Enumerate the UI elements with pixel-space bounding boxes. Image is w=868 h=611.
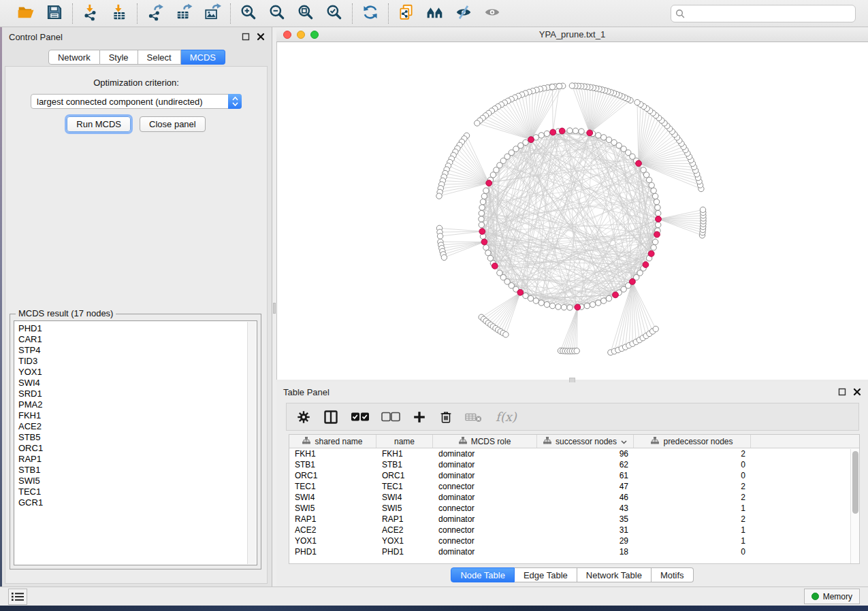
clone-network-button[interactable] [397,4,416,23]
table-cell: TEC1 [289,482,376,491]
tab-mcds[interactable]: MCDS [181,50,225,65]
search-icon [675,9,686,22]
zoom-fit-button[interactable] [296,4,315,23]
network-canvas[interactable] [276,42,868,380]
column-header-MCDS-role[interactable]: MCDS role [433,435,537,448]
close-panel-button[interactable] [257,33,265,41]
mcds-result-item[interactable]: STP4 [18,345,257,356]
search-network-button[interactable] [425,4,445,23]
status-bar: Memory [0,587,868,606]
tab-motifs[interactable]: Motifs [652,567,694,582]
splitter-grip[interactable] [273,303,276,314]
mcds-result-item[interactable]: TEC1 [18,486,257,497]
table-cell: dominator [433,449,537,459]
mcds-result-item[interactable]: STB1 [18,465,257,476]
mcds-result-item[interactable]: TID3 [18,356,257,367]
deselect-all-button[interactable] [381,412,400,422]
table-cell: 29 [537,536,634,546]
table-row[interactable]: STB1STB1dominator620 [289,459,859,470]
control-panel-header: Control Panel [2,27,272,46]
table-cell: 1 [634,536,751,546]
delete-column-button[interactable] [438,410,453,425]
zoom-group [231,4,352,23]
mcds-result-item[interactable]: STB5 [18,432,257,443]
float-panel-button[interactable] [242,33,250,41]
table-row[interactable]: TEC1TEC1connector472 [289,481,859,492]
table-row[interactable]: SWI4SWI4dominator462 [289,492,859,503]
table-cell: dominator [433,514,537,524]
column-header-name[interactable]: name [376,435,433,448]
function-builder-button[interactable]: f(x) [494,409,521,425]
table-cell: connector [433,482,537,491]
table-scrollbar-thumb[interactable] [852,451,858,514]
mcds-list-scrollbar[interactable] [247,322,256,564]
table-row[interactable]: ORC1ORC1dominator610 [289,470,859,481]
table-row[interactable]: YOX1YOX1connector291 [289,535,859,546]
mcds-result-list[interactable]: PHD1CAR1STP4TID3YOX1SWI4SRD1PMA2FKH1ACE2… [14,320,257,565]
table-cell: dominator [433,471,537,480]
network-window-title: YPA_prune.txt_1 [276,29,868,39]
table-cell: ORC1 [376,471,433,480]
column-header-predecessor-nodes[interactable]: predecessor nodes [634,435,751,448]
optimization-criterion-select[interactable]: largest connected component (undirected) [31,94,242,109]
mcds-result-item[interactable]: ACE2 [18,421,257,432]
mcds-result-item[interactable]: PMA2 [18,399,257,410]
column-header-shared-name[interactable]: shared name [289,435,376,448]
column-header-successor-nodes[interactable]: successor nodes [537,435,634,448]
mcds-result-item[interactable]: FKH1 [18,410,257,421]
import-table-button[interactable] [110,4,129,23]
export-network-button[interactable] [146,4,165,23]
mcds-result-item[interactable]: CAR1 [18,334,257,345]
table-row[interactable]: FKH1FKH1dominator962 [289,448,859,459]
table-cell: connector [433,525,537,535]
mcds-result-item[interactable]: GCR1 [18,497,257,508]
tab-style[interactable]: Style [100,50,138,65]
tab-node-table[interactable]: Node Table [451,567,515,582]
mcds-result-item[interactable]: SWI4 [18,378,257,389]
export-image-button[interactable] [203,4,222,23]
zoom-out-button[interactable] [268,4,287,23]
search-input[interactable] [671,5,856,22]
hide-selected-button[interactable] [454,4,473,23]
control-panel-tabs: NetworkStyleSelectMCDS [2,50,272,65]
show-all-button[interactable] [483,4,502,23]
export-table-button[interactable] [174,4,193,23]
mcds-result-item[interactable]: ORC1 [18,443,257,454]
table-settings-button[interactable] [296,410,311,425]
mcds-result-item[interactable]: YOX1 [18,367,257,378]
open-session-button[interactable] [16,4,35,23]
zoom-in-button[interactable] [239,4,258,23]
mcds-result-item[interactable]: PHD1 [18,323,257,334]
close-mcds-panel-button[interactable]: Close panel [140,116,206,132]
mcds-result-item[interactable]: RAP1 [18,454,257,465]
tab-select[interactable]: Select [138,50,181,65]
mcds-result-item[interactable]: SRD1 [18,389,257,399]
table-row[interactable]: RAP1RAP1dominator352 [289,514,859,525]
table-row[interactable]: ACE2ACE2connector311 [289,525,859,535]
table-row[interactable]: PHD1PHD1dominator180 [289,546,859,557]
float-panel-button[interactable] [838,388,846,396]
table-scrollbar[interactable] [850,449,859,563]
table-cell: 0 [634,460,751,469]
tab-edge-table[interactable]: Edge Table [515,567,577,582]
tab-network-table[interactable]: Network Table [577,567,652,582]
split-view-button[interactable] [323,409,339,425]
save-session-button[interactable] [45,4,64,23]
export-network-icon [146,3,164,24]
console-log-button[interactable] [8,589,27,605]
tab-network[interactable]: Network [48,50,100,65]
table-row[interactable]: SWI5SWI5connector431 [289,503,859,514]
zoom-selected-button[interactable] [325,4,344,23]
run-mcds-button[interactable]: Run MCDS [67,116,131,132]
add-column-button[interactable] [412,410,427,425]
clear-table-button[interactable] [465,411,483,423]
import-network-button[interactable] [81,4,100,23]
close-panel-button[interactable] [853,388,861,396]
memory-button[interactable]: Memory [804,589,860,604]
mcds-result-item[interactable]: SWI5 [18,476,257,486]
refresh-layout-button[interactable] [361,4,380,23]
table-cell: ACE2 [289,525,376,535]
select-all-button[interactable] [351,412,370,422]
network-graph[interactable] [277,42,868,380]
memory-label: Memory [823,592,852,601]
